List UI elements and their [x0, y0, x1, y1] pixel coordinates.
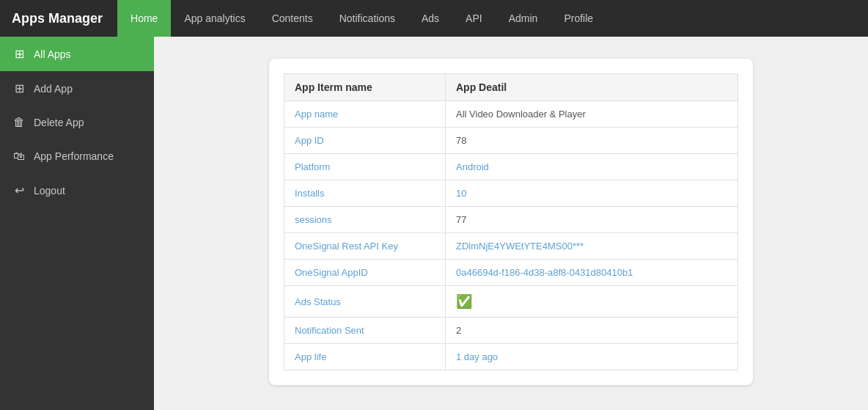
- row-value-6: 0a46694d-f186-4d38-a8f8-0431d80410b1: [446, 260, 738, 286]
- app-info-table: App Iterm name App Deatil App nameAll Vi…: [284, 73, 738, 370]
- main-content: App Iterm name App Deatil App nameAll Vi…: [154, 37, 868, 410]
- row-label-0: App name: [284, 101, 446, 128]
- table-row: PlatformAndroid: [284, 154, 738, 180]
- row-value-7: ✅: [446, 286, 738, 318]
- sidebar-item-app-performance[interactable]: 🛍App Performance: [0, 139, 154, 173]
- nav-link-api[interactable]: API: [452, 0, 496, 37]
- table-row: App life1 day ago: [284, 344, 738, 370]
- table-row: OneSignal AppID0a46694d-f186-4d38-a8f8-0…: [284, 260, 738, 286]
- sidebar-icon-3: 🛍: [12, 150, 26, 163]
- row-label-8: Notification Sent: [284, 318, 446, 344]
- sidebar-label-4: Logout: [34, 185, 65, 197]
- table-row: Ads Status✅: [284, 286, 738, 318]
- sidebar-icon-4: ↩: [12, 183, 26, 197]
- row-label-1: App ID: [284, 128, 446, 154]
- row-label-2: Platform: [284, 154, 446, 180]
- sidebar-item-logout[interactable]: ↩Logout: [0, 173, 154, 208]
- sidebar-label-3: App Performance: [34, 150, 114, 162]
- nav-link-ads[interactable]: Ads: [408, 0, 452, 37]
- table-row: Notification Sent2: [284, 318, 738, 344]
- row-label-6: OneSignal AppID: [284, 260, 446, 286]
- sidebar-icon-1: ⊞: [12, 81, 26, 95]
- row-value-3: 10: [446, 180, 738, 207]
- row-label-3: Installs: [284, 180, 446, 207]
- brand: Apps Manager: [12, 11, 103, 26]
- sidebar-label-1: Add App: [34, 83, 73, 95]
- row-value-9: 1 day ago: [446, 344, 738, 370]
- row-label-4: sessions: [284, 207, 446, 233]
- table-row: sessions77: [284, 207, 738, 233]
- nav-link-notifications[interactable]: Notifications: [326, 0, 408, 37]
- row-value-5: ZDlmNjE4YWEtYTE4MS00***: [446, 233, 738, 260]
- layout: ⊞All Apps⊞Add App🗑Delete App🛍App Perform…: [0, 37, 868, 410]
- row-value-4: 77: [446, 207, 738, 233]
- ads-status-icon: ✅: [456, 294, 472, 309]
- sidebar-icon-2: 🗑: [12, 116, 26, 129]
- sidebar-label-2: Delete App: [34, 117, 84, 128]
- row-value-1: 78: [446, 128, 738, 154]
- col1-header: App Iterm name: [284, 74, 446, 101]
- nav-link-admin[interactable]: Admin: [496, 0, 551, 37]
- table-row: OneSignal Rest API KeyZDlmNjE4YWEtYTE4MS…: [284, 233, 738, 260]
- table-row: App ID78: [284, 128, 738, 154]
- sidebar-item-all-apps[interactable]: ⊞All Apps: [0, 37, 154, 71]
- sidebar-item-add-app[interactable]: ⊞Add App: [0, 71, 154, 106]
- nav-link-home[interactable]: Home: [117, 0, 171, 37]
- row-value-8: 2: [446, 318, 738, 344]
- app-detail-card: App Iterm name App Deatil App nameAll Vi…: [269, 59, 753, 385]
- sidebar: ⊞All Apps⊞Add App🗑Delete App🛍App Perform…: [0, 37, 154, 410]
- table-row: App nameAll Video Downloader & Player: [284, 101, 738, 128]
- row-value-0: All Video Downloader & Player: [446, 101, 738, 128]
- row-label-9: App life: [284, 344, 446, 370]
- sidebar-item-delete-app[interactable]: 🗑Delete App: [0, 106, 154, 139]
- nav-link-profile[interactable]: Profile: [551, 0, 606, 37]
- nav-link-app-analytics[interactable]: App analytics: [171, 0, 258, 37]
- navbar: Apps Manager HomeApp analyticsContentsNo…: [0, 0, 868, 37]
- nav-link-contents[interactable]: Contents: [259, 0, 326, 37]
- row-label-5: OneSignal Rest API Key: [284, 233, 446, 260]
- row-label-7: Ads Status: [284, 286, 446, 318]
- sidebar-label-0: All Apps: [34, 48, 71, 60]
- row-value-2: Android: [446, 154, 738, 180]
- nav-links: HomeApp analyticsContentsNotificationsAd…: [117, 0, 606, 37]
- sidebar-icon-0: ⊞: [12, 47, 26, 61]
- col2-header: App Deatil: [446, 74, 738, 101]
- table-row: Installs10: [284, 180, 738, 207]
